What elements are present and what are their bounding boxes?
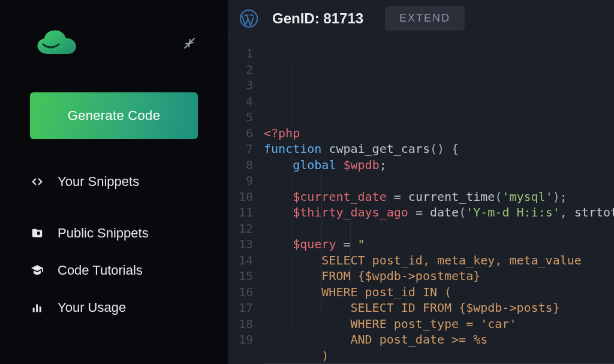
brand-logo bbox=[30, 24, 83, 62]
graduation-cap-icon bbox=[30, 263, 44, 278]
code-line[interactable]: $thirty_days_ago = date('Y-m-d H:i:s', s… bbox=[264, 204, 614, 221]
nav-label: Public Snippets bbox=[58, 225, 149, 241]
code-line[interactable]: SELECT post_id, meta_key, meta_value bbox=[264, 252, 614, 269]
code-line[interactable] bbox=[264, 221, 614, 237]
gen-id-label: GenID: 81713 bbox=[272, 10, 363, 27]
line-number-gutter: 12345678910111213141516171819 bbox=[228, 46, 264, 364]
nav-public-snippets[interactable]: Public Snippets bbox=[30, 215, 198, 252]
code-line[interactable]: $current_date = current_time('mysql'); bbox=[264, 189, 614, 205]
code-icon bbox=[30, 175, 44, 189]
line-number: 18 bbox=[228, 316, 253, 332]
main-panel: GenID: 81713 EXTEND 12345678910111213141… bbox=[228, 0, 614, 364]
code-line[interactable]: AND post_date >= %s bbox=[264, 332, 614, 348]
code-line[interactable]: <?php bbox=[264, 125, 614, 142]
line-number: 1 bbox=[228, 46, 253, 62]
code-line[interactable]: WHERE post_id IN ( bbox=[264, 284, 614, 300]
nav-your-snippets[interactable]: Your Snippets bbox=[30, 163, 198, 200]
code-line[interactable]: global $wpdb; bbox=[264, 157, 614, 173]
wordpress-icon bbox=[239, 8, 259, 29]
line-number: 2 bbox=[228, 62, 253, 78]
line-number: 9 bbox=[228, 173, 253, 189]
line-number: 11 bbox=[228, 204, 253, 221]
line-number: 3 bbox=[228, 77, 253, 94]
line-number: 5 bbox=[228, 109, 253, 125]
editor-header: GenID: 81713 EXTEND bbox=[228, 0, 614, 37]
nav-label: Code Tutorials bbox=[58, 263, 143, 278]
sidebar-nav: Your Snippets Public Snippets Code Tutor… bbox=[0, 163, 228, 326]
code-editor[interactable]: 12345678910111213141516171819 <?phpfunct… bbox=[228, 37, 614, 364]
code-line[interactable]: WHERE post_type = 'car' bbox=[264, 316, 614, 332]
line-number: 17 bbox=[228, 300, 253, 316]
code-line[interactable]: function cwpai_get_cars() { bbox=[264, 141, 614, 157]
line-number: 14 bbox=[228, 252, 253, 269]
sidebar-logo-row bbox=[0, 12, 228, 74]
line-number: 19 bbox=[228, 332, 253, 348]
sidebar: Generate Code Your Snippets Public Snipp… bbox=[0, 0, 228, 364]
svg-rect-5 bbox=[40, 306, 41, 312]
extend-button[interactable]: EXTEND bbox=[385, 6, 465, 31]
code-line[interactable]: SELECT ID FROM {$wpdb->posts} bbox=[264, 300, 614, 316]
collapse-sidebar-button[interactable] bbox=[181, 35, 198, 52]
svg-rect-4 bbox=[36, 305, 38, 312]
nav-code-tutorials[interactable]: Code Tutorials bbox=[30, 252, 198, 289]
nav-your-usage[interactable]: Your Usage bbox=[30, 289, 198, 326]
line-number: 10 bbox=[228, 189, 253, 205]
line-number: 12 bbox=[228, 221, 253, 237]
line-number: 16 bbox=[228, 284, 253, 300]
line-number: 13 bbox=[228, 236, 253, 252]
line-number: 8 bbox=[228, 157, 253, 173]
svg-rect-2 bbox=[37, 231, 40, 235]
nav-label: Your Snippets bbox=[58, 174, 139, 189]
line-number: 7 bbox=[228, 141, 253, 157]
code-line[interactable]: $query = " bbox=[264, 236, 614, 252]
line-number: 4 bbox=[228, 94, 253, 110]
line-number: 6 bbox=[228, 125, 253, 142]
code-line[interactable]: ) bbox=[264, 348, 614, 364]
code-area[interactable]: <?phpfunction cwpai_get_cars() { global … bbox=[264, 46, 614, 364]
generate-code-button[interactable]: Generate Code bbox=[30, 92, 198, 139]
code-line[interactable]: FROM {$wpdb->postmeta} bbox=[264, 268, 614, 284]
code-line[interactable] bbox=[264, 173, 614, 189]
line-number: 15 bbox=[228, 268, 253, 284]
svg-rect-3 bbox=[33, 308, 35, 312]
nav-label: Your Usage bbox=[58, 300, 126, 315]
bar-chart-icon bbox=[30, 300, 44, 315]
folder-icon bbox=[30, 226, 44, 240]
